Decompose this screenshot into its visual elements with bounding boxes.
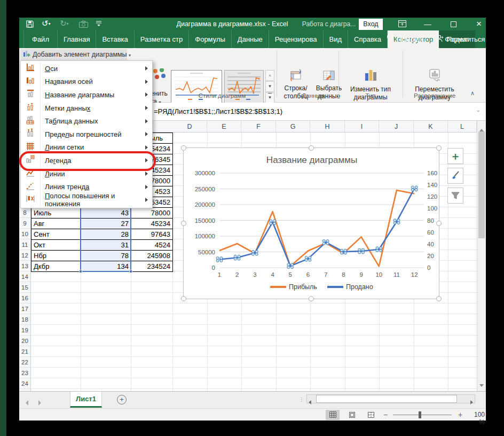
menu-item-chart-title[interactable]: Название диаграммы [21, 88, 152, 102]
chart-object[interactable]: 0500001000001500002000002500003000000204… [183, 147, 439, 299]
menu-item-axes[interactable]: Оси [21, 62, 152, 75]
cell-B10[interactable]: 28 [81, 229, 131, 240]
menu-item-trendline[interactable]: Линия тренда [21, 180, 152, 193]
chart-resize-handle[interactable] [181, 145, 186, 151]
vertical-scrollbar[interactable] [477, 121, 486, 391]
ribbon-tab-главная[interactable]: Главная [58, 30, 96, 48]
cell-B11[interactable]: 31 [81, 240, 131, 251]
zoom-out-icon[interactable]: − [383, 410, 388, 419]
chart-resize-handle[interactable] [181, 221, 186, 226]
column-header-K[interactable]: K [414, 121, 448, 133]
zoom-level[interactable]: 100 % [467, 411, 485, 426]
row-header-13[interactable]: 13 [19, 261, 30, 271]
row-header-24[interactable]: 24 [19, 378, 30, 389]
cell-A10[interactable]: Сент [32, 229, 81, 240]
column-header-H[interactable]: H [310, 121, 345, 133]
maximize-icon[interactable] [444, 18, 462, 30]
menu-item-lines[interactable]: Линии [21, 167, 152, 181]
row-header-23[interactable]: 23 [19, 368, 30, 378]
column-header-G[interactable]: G [276, 121, 310, 133]
styles-scroll-up-icon[interactable]: ▲ [265, 70, 274, 81]
column-header-I[interactable]: I [345, 121, 379, 133]
sheet-tab-list1[interactable]: Лист1 [70, 392, 102, 408]
column-header-L[interactable]: L [448, 121, 477, 133]
add-chart-element-button[interactable]: Добавить элемент диаграммы ▾ [20, 49, 127, 60]
ribbon-tab-рецензирова[interactable]: Рецензирова [269, 30, 324, 48]
cell-A9[interactable]: Авг [32, 219, 81, 229]
horizontal-scrollbar[interactable] [306, 394, 475, 403]
cell-B13[interactable]: 134 [81, 261, 131, 272]
cell-A11[interactable]: Окт [32, 240, 81, 251]
menu-item-updown-bars[interactable]: Полосы повышения и понижения [21, 193, 152, 207]
sheet-nav-right-icon[interactable] [38, 398, 41, 408]
column-header-E[interactable]: E [207, 121, 241, 133]
scroll-down-icon[interactable] [479, 379, 484, 389]
cell-B12[interactable]: 78 [81, 251, 131, 261]
row-header-9[interactable]: 9 [19, 218, 30, 229]
cell-C9[interactable]: 45234 [131, 219, 173, 229]
chart-resize-handle[interactable] [436, 221, 442, 226]
customize-qat-icon[interactable] [96, 20, 102, 29]
ribbon-tab-разметка-стр[interactable]: Разметка стр [135, 30, 189, 48]
camera-icon[interactable] [79, 20, 88, 30]
menu-item-data-labels[interactable]: Метки данных [21, 102, 152, 115]
row-header-12[interactable]: 12 [19, 250, 30, 261]
change-colors-icon[interactable] [152, 68, 171, 82]
collapse-ribbon-icon[interactable]: ∧ [470, 90, 475, 97]
formula-bar-expand-icon[interactable]: ⌄ [476, 107, 481, 113]
cell-A12[interactable]: Нбр [32, 251, 81, 261]
chart-elements-button[interactable]: ＋ [447, 148, 463, 164]
ribbon-tab-справка[interactable]: Справка [348, 30, 388, 48]
zoom-slider-thumb[interactable] [419, 411, 421, 418]
menu-item-axis-titles[interactable]: Названия осей [21, 75, 152, 89]
chart-resize-handle[interactable] [436, 296, 442, 301]
scroll-right-icon[interactable] [470, 397, 473, 407]
scroll-left-icon[interactable] [309, 397, 311, 407]
row-header-10[interactable]: 10 [19, 229, 30, 239]
cell-C8[interactable]: 78000 [131, 208, 173, 219]
row-header-11[interactable]: 11 [19, 239, 30, 250]
save-icon[interactable] [26, 20, 34, 30]
column-header-D[interactable]: D [172, 121, 207, 133]
ribbon-tab-вставка[interactable]: Вставка [96, 30, 134, 48]
row-header-19[interactable]: 19 [19, 325, 30, 336]
menu-item-error-bars[interactable]: Пределы погрешностей [21, 128, 152, 141]
cell-A13[interactable]: Дкбр [32, 261, 81, 272]
horizontal-scroll-thumb[interactable] [316, 395, 457, 403]
cell-C10[interactable]: 97643 [131, 229, 173, 240]
tab-splitter-handle[interactable]: ⋮ [299, 396, 305, 402]
menu-item-legend[interactable]: Легенда [21, 154, 152, 167]
close-icon[interactable]: × [470, 18, 488, 30]
chart-filters-button[interactable] [447, 188, 463, 204]
formula-input[interactable]: =РЯД(Лист1!$B$1;;Лист1!$B$2:$B$13;1) [154, 103, 469, 120]
ribbon-tab-данные[interactable]: Данные [232, 30, 269, 48]
cell-B8[interactable]: 43 [81, 208, 131, 219]
zoom-in-icon[interactable]: + [458, 410, 462, 419]
row-header-15[interactable]: 15 [19, 282, 30, 293]
sheet-nav-left-icon[interactable] [26, 398, 28, 408]
chart-plot[interactable]: 0500001000001500002000002500003000000204… [184, 148, 439, 299]
vertical-scroll-thumb[interactable] [478, 131, 485, 238]
row-header-20[interactable]: 20 [19, 336, 30, 346]
chart-resize-handle[interactable] [309, 145, 314, 151]
menu-item-data-table[interactable]: Таблица данных [21, 114, 152, 128]
cell-C13[interactable]: 234524 [131, 261, 173, 272]
cell-C11[interactable]: 4524 [131, 240, 173, 251]
chart-resize-handle[interactable] [436, 145, 442, 151]
new-sheet-icon[interactable]: + [117, 395, 127, 404]
normal-view-icon[interactable] [326, 410, 340, 420]
styles-more-icon[interactable]: ▼ [265, 92, 274, 103]
styles-scroll-down-icon[interactable]: ▼ [265, 81, 274, 92]
row-header-17[interactable]: 17 [19, 303, 30, 314]
row-header-22[interactable]: 22 [19, 357, 30, 368]
ribbon-tab-вид[interactable]: Вид [324, 30, 349, 48]
undo-icon[interactable]: ↺▾ [42, 19, 51, 28]
minimize-icon[interactable]: — [419, 18, 437, 30]
cell-A8[interactable]: Июль [32, 208, 81, 219]
row-header-18[interactable]: 18 [19, 314, 30, 325]
page-layout-icon[interactable] [345, 410, 359, 420]
cell-C12[interactable]: 245908 [131, 251, 173, 261]
zoom-slider-track[interactable] [393, 415, 452, 415]
column-header-J[interactable]: J [379, 121, 414, 133]
ribbon-display-options-icon[interactable] [393, 18, 411, 30]
